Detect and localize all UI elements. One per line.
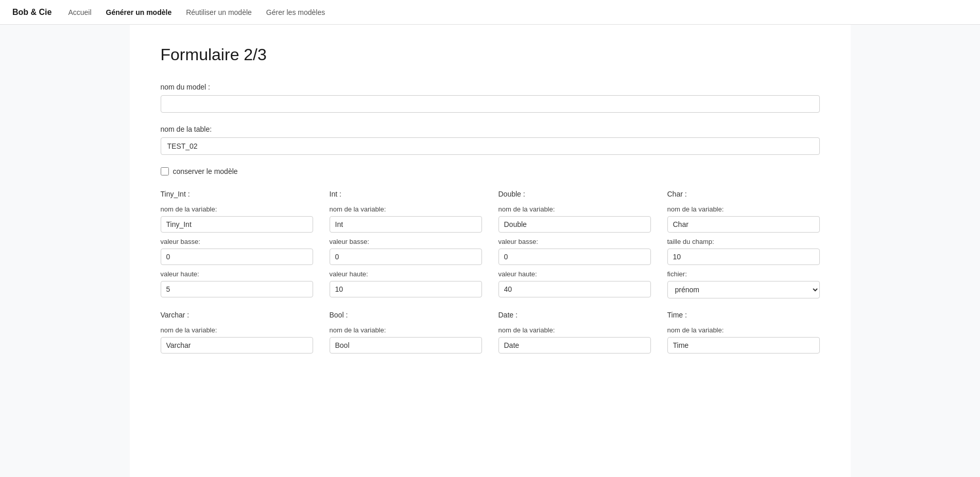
var-input-date[interactable]: [498, 337, 651, 354]
field3-label-double: valeur haute:: [498, 270, 651, 278]
var-input-double[interactable]: [498, 216, 651, 233]
var-label-varchar: nom de la variable:: [161, 326, 313, 334]
nav-generer[interactable]: Générer un modèle: [106, 8, 172, 16]
field2-label-int: valeur basse:: [330, 238, 482, 245]
table-name-input[interactable]: [161, 137, 820, 155]
preserve-model-checkbox[interactable]: [161, 167, 169, 175]
table-name-section: nom de la table:: [161, 125, 820, 155]
field2-input-int[interactable]: [330, 249, 482, 265]
type-block-varchar: Varchar :nom de la variable:: [161, 311, 313, 354]
navbar: Bob & Cie Accueil Générer un modèle Réut…: [0, 0, 980, 25]
var-label-double: nom de la variable:: [498, 205, 651, 213]
brand-logo: Bob & Cie: [12, 8, 51, 17]
field2-input-double[interactable]: [498, 249, 651, 265]
type-title-date: Date :: [498, 311, 651, 319]
types-grid: Tiny_Int :nom de la variable:valeur bass…: [161, 190, 820, 354]
var-input-tiny_int[interactable]: [161, 216, 313, 233]
field3-input-tiny_int[interactable]: [161, 281, 313, 297]
field3-input-double[interactable]: [498, 281, 651, 297]
page-title: Formulaire 2/3: [161, 45, 820, 64]
nav-reutiliser[interactable]: Réutiliser un modèle: [186, 8, 252, 16]
type-title-tiny_int: Tiny_Int :: [161, 190, 313, 198]
type-title-time: Time :: [667, 311, 820, 319]
field2-label-double: valeur basse:: [498, 238, 651, 245]
field2-input-char[interactable]: [667, 249, 820, 265]
var-input-char[interactable]: [667, 216, 820, 233]
type-block-time: Time :nom de la variable:: [667, 311, 820, 354]
type-title-int: Int :: [330, 190, 482, 198]
field2-input-tiny_int[interactable]: [161, 249, 313, 265]
model-name-label: nom du model :: [161, 83, 820, 91]
var-label-int: nom de la variable:: [330, 205, 482, 213]
preserve-model-row: conserver le modèle: [161, 167, 820, 175]
type-block-int: Int :nom de la variable:valeur basse:val…: [330, 190, 482, 298]
field2-label-char: taille du champ:: [667, 238, 820, 245]
var-label-bool: nom de la variable:: [330, 326, 482, 334]
type-block-date: Date :nom de la variable:: [498, 311, 651, 354]
var-label-date: nom de la variable:: [498, 326, 651, 334]
model-name-input[interactable]: [161, 95, 820, 113]
type-title-double: Double :: [498, 190, 651, 198]
main-content: Formulaire 2/3 nom du model : nom de la …: [130, 25, 851, 477]
var-input-bool[interactable]: [330, 337, 482, 354]
nav-accueil[interactable]: Accueil: [68, 8, 91, 16]
type-block-tiny_int: Tiny_Int :nom de la variable:valeur bass…: [161, 190, 313, 298]
nav-links: Accueil Générer un modèle Réutiliser un …: [68, 8, 325, 16]
var-input-varchar[interactable]: [161, 337, 313, 354]
type-block-double: Double :nom de la variable:valeur basse:…: [498, 190, 651, 298]
var-label-tiny_int: nom de la variable:: [161, 205, 313, 213]
var-label-time: nom de la variable:: [667, 326, 820, 334]
var-label-char: nom de la variable:: [667, 205, 820, 213]
field3-label-char: fichier:: [667, 270, 820, 278]
var-input-time[interactable]: [667, 337, 820, 354]
type-title-varchar: Varchar :: [161, 311, 313, 319]
table-name-label: nom de la table:: [161, 125, 820, 133]
preserve-model-label: conserver le modèle: [173, 167, 238, 175]
field3-input-int[interactable]: [330, 281, 482, 297]
field3-label-int: valeur haute:: [330, 270, 482, 278]
field2-label-tiny_int: valeur basse:: [161, 238, 313, 245]
field3-select-char[interactable]: prénomnomvillepays: [667, 281, 820, 298]
type-title-char: Char :: [667, 190, 820, 198]
type-block-bool: Bool :nom de la variable:: [330, 311, 482, 354]
model-name-section: nom du model :: [161, 83, 820, 113]
type-block-char: Char :nom de la variable:taille du champ…: [667, 190, 820, 298]
field3-label-tiny_int: valeur haute:: [161, 270, 313, 278]
nav-gerer[interactable]: Gérer les modèles: [266, 8, 325, 16]
type-title-bool: Bool :: [330, 311, 482, 319]
var-input-int[interactable]: [330, 216, 482, 233]
